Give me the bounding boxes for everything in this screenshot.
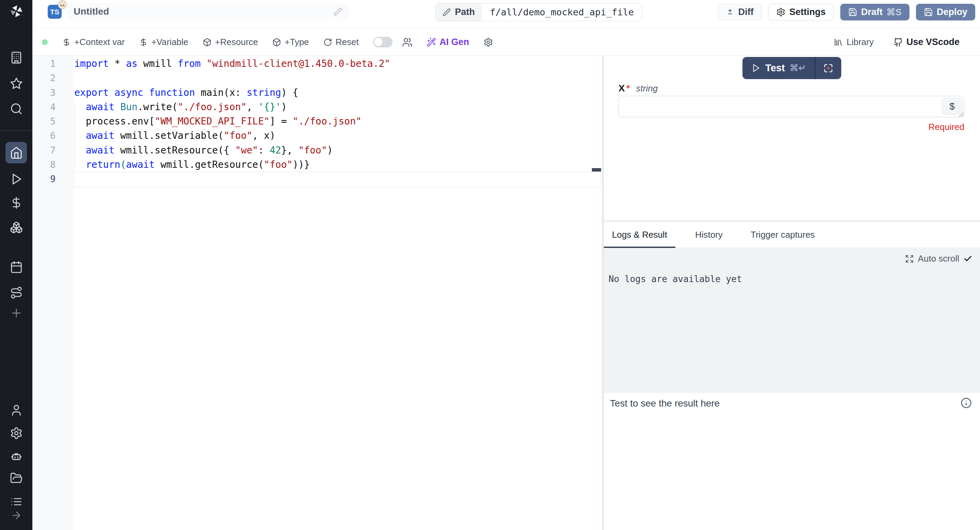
logs-panel: Auto scroll No logs are available yet bbox=[604, 248, 980, 392]
edit-path-pencil-icon bbox=[442, 8, 451, 16]
path-value: f/all/demo_mocked_api_file bbox=[482, 3, 642, 21]
code-line-8[interactable]: return(await wmill.getResource("foo"))} bbox=[74, 158, 390, 172]
folders-icon[interactable] bbox=[0, 472, 32, 485]
plus-minus-icon bbox=[726, 8, 734, 16]
line-number-gutter: 123456789 bbox=[32, 57, 56, 187]
arg-x-input[interactable] bbox=[619, 96, 964, 117]
bun-runtime-icon bbox=[57, 0, 67, 10]
draft-button[interactable]: Draft ⌘S bbox=[840, 4, 910, 21]
code-line-5[interactable]: process.env["WM_MOCKED_API_FILE"] = "./f… bbox=[74, 114, 390, 129]
code-line-7[interactable]: await wmill.setResource({ "we": 42}, "fo… bbox=[74, 143, 390, 158]
add-context-var-button[interactable]: +Context var bbox=[62, 37, 125, 48]
arg-name: X bbox=[619, 83, 625, 94]
code-line-4[interactable]: await Bun.write("./foo.json", '{}') bbox=[74, 100, 390, 114]
editor-toolbar: +Context var +Variable +Resource +Type R… bbox=[32, 29, 980, 56]
top-bar: TS Untitled Path f/all/demo_mocked_api_f… bbox=[32, 0, 980, 29]
add-variable-button[interactable]: +Variable bbox=[139, 37, 188, 48]
add-plus-icon[interactable] bbox=[0, 307, 32, 319]
result-placeholder: Test to see the result here bbox=[610, 398, 720, 409]
script-title: Untitled bbox=[73, 6, 109, 17]
path-label-segment: Path bbox=[436, 3, 482, 21]
runs-play-icon[interactable] bbox=[0, 172, 32, 185]
textarea-resize-handle[interactable] bbox=[959, 112, 964, 117]
variables-dollar-icon[interactable] bbox=[0, 196, 32, 209]
settings-gear-icon[interactable] bbox=[0, 427, 32, 440]
edit-title-pencil-icon[interactable] bbox=[334, 8, 342, 16]
no-logs-message: No logs are available yet bbox=[609, 274, 742, 284]
script-summary-field[interactable]: Untitled bbox=[67, 3, 349, 20]
resources-boxes-icon[interactable] bbox=[0, 221, 32, 234]
auto-scroll-toggle[interactable]: Auto scroll bbox=[905, 254, 972, 264]
info-icon[interactable] bbox=[961, 398, 972, 409]
schedules-calendar-icon[interactable] bbox=[0, 260, 32, 273]
nav-divider bbox=[0, 130, 32, 131]
path-label: Path bbox=[455, 7, 475, 18]
bottom-tabs: Logs & Result History Trigger captures bbox=[604, 222, 980, 248]
left-nav-rail bbox=[0, 0, 32, 530]
capture-test-button[interactable] bbox=[815, 57, 841, 79]
add-resource-button[interactable]: +Resource bbox=[203, 37, 258, 48]
package-icon bbox=[203, 38, 212, 47]
multiplayer-toggle[interactable] bbox=[373, 37, 393, 48]
gear-icon bbox=[776, 8, 786, 17]
robot-icon[interactable] bbox=[0, 450, 32, 463]
add-type-button[interactable]: +Type bbox=[272, 37, 309, 48]
search-icon[interactable] bbox=[0, 102, 32, 115]
use-vscode-button[interactable]: Use VScode bbox=[893, 37, 959, 48]
settings-button[interactable]: Settings bbox=[768, 4, 834, 21]
required-hint: Required bbox=[604, 122, 964, 132]
reset-button[interactable]: Reset bbox=[323, 37, 359, 48]
script-path-field[interactable]: Path f/all/demo_mocked_api_file bbox=[436, 3, 642, 21]
editor-scrollbar-track bbox=[592, 56, 592, 530]
expand-icon bbox=[905, 254, 914, 263]
dollar-icon bbox=[62, 38, 71, 47]
editor-settings-gear-icon[interactable] bbox=[484, 38, 493, 47]
draft-shortcut: ⌘S bbox=[886, 7, 902, 18]
toggle-knob bbox=[374, 38, 383, 46]
save-icon bbox=[848, 8, 858, 17]
audit-list-icon[interactable] bbox=[0, 496, 32, 508]
package-icon bbox=[272, 38, 281, 47]
language-status-dot bbox=[42, 39, 48, 45]
required-asterisk: * bbox=[626, 83, 630, 94]
code-line-2[interactable] bbox=[74, 71, 390, 85]
tab-logs-result[interactable]: Logs & Result bbox=[604, 222, 675, 247]
code-lines[interactable]: import * as wmill from "windmill-client@… bbox=[74, 57, 390, 187]
code-line-1[interactable]: import * as wmill from "windmill-client@… bbox=[74, 57, 390, 71]
tab-trigger-captures[interactable]: Trigger captures bbox=[743, 222, 823, 247]
deploy-button[interactable]: Deploy bbox=[916, 4, 975, 21]
windmill-logo[interactable] bbox=[0, 4, 32, 18]
favorites-star-icon[interactable] bbox=[0, 77, 32, 90]
test-button-group: Test ⌘↵ bbox=[743, 57, 841, 79]
test-shortcut: ⌘↵ bbox=[789, 63, 806, 73]
tab-history[interactable]: History bbox=[687, 222, 731, 247]
ai-gen-button[interactable]: AI Gen bbox=[426, 37, 469, 48]
arg-type: string bbox=[636, 83, 658, 94]
save-icon bbox=[924, 8, 933, 17]
collapse-arrow-icon[interactable] bbox=[0, 509, 32, 521]
play-icon bbox=[751, 64, 760, 73]
code-line-3[interactable]: export async function main(x: string) { bbox=[74, 86, 390, 100]
result-panel: Test to see the result here bbox=[604, 392, 980, 530]
argument-label: X * string bbox=[619, 83, 658, 94]
capture-frame-icon bbox=[823, 63, 834, 73]
library-icon bbox=[834, 38, 843, 47]
test-button[interactable]: Test ⌘↵ bbox=[743, 57, 815, 79]
code-line-9[interactable] bbox=[74, 172, 390, 186]
run-panel: Test ⌘↵ X * string $ Required Logs & Res… bbox=[604, 56, 980, 530]
github-icon bbox=[893, 38, 903, 47]
routes-icon[interactable] bbox=[0, 286, 32, 299]
scrollbar-marker[interactable] bbox=[592, 168, 601, 172]
magic-wand-icon bbox=[426, 38, 436, 47]
code-line-6[interactable]: await wmill.setVariable("foo", x) bbox=[74, 129, 390, 143]
user-icon[interactable] bbox=[0, 404, 32, 417]
library-button[interactable]: Library bbox=[834, 37, 873, 48]
workspace-icon[interactable] bbox=[0, 51, 32, 64]
dollar-icon bbox=[139, 38, 148, 47]
check-icon bbox=[963, 254, 972, 263]
monaco-code-editor[interactable]: 123456789 import * as wmill from "windmi… bbox=[32, 56, 602, 530]
diff-button[interactable]: Diff bbox=[718, 4, 762, 21]
home-nav-item[interactable] bbox=[5, 142, 27, 163]
collaborators-users-icon[interactable] bbox=[402, 37, 412, 48]
reset-rotate-icon bbox=[323, 38, 332, 47]
